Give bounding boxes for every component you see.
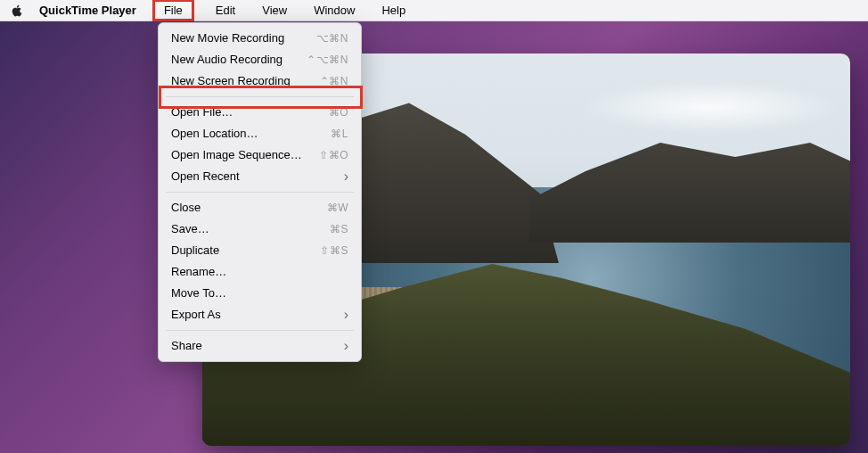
menu-move-to[interactable]: Move To… [159,283,361,304]
menu-item-label: New Audio Recording [171,52,283,68]
menubar: QuickTime Player File Edit View Window H… [0,0,868,21]
menu-share[interactable]: Share [159,335,361,357]
menu-shortcut: ⌘S [330,221,348,237]
apple-logo-icon[interactable] [11,4,23,17]
menu-close[interactable]: Close ⌘W [159,197,361,218]
menu-item-label: New Screen Recording [171,73,291,89]
menu-shortcut: ⌘L [331,126,348,142]
menu-open-file[interactable]: Open File… ⌘O [159,102,361,123]
menu-item-label: Move To… [171,285,226,301]
app-name[interactable]: QuickTime Player [39,4,136,17]
menu-item-label: Share [171,338,344,354]
menu-item-label: Rename… [171,264,226,280]
menu-duplicate[interactable]: Duplicate ⇧⌘S [159,240,361,261]
menu-new-audio[interactable]: New Audio Recording ⌃⌥⌘N [159,49,361,70]
menu-shortcut: ⌃⌥⌘N [307,52,348,68]
menu-open-location[interactable]: Open Location… ⌘L [159,123,361,144]
menu-new-screen[interactable]: New Screen Recording ⌃⌘N [159,70,361,92]
menu-separator [166,330,354,331]
menu-shortcut: ⇧⌘O [319,147,348,163]
menu-item-label: Open Location… [171,126,258,142]
menu-item-label: Export As [171,307,344,323]
menu-new-movie[interactable]: New Movie Recording ⌥⌘N [159,28,361,49]
menu-item-label: Open File… [171,104,233,120]
menu-separator [166,96,354,97]
menu-rename[interactable]: Rename… [159,261,361,283]
menu-item-label: Open Image Sequence… [171,147,302,163]
menu-separator [166,192,354,193]
menu-item-label: Open Recent [171,169,344,185]
menu-open-recent[interactable]: Open Recent [159,166,361,187]
menu-item-label: Save… [171,221,209,237]
menu-shortcut: ⌥⌘N [316,30,348,46]
menu-item-label: New Movie Recording [171,30,284,46]
menu-export-as[interactable]: Export As [159,304,361,325]
menu-window[interactable]: Window [308,1,360,20]
menu-help[interactable]: Help [376,1,411,20]
menu-shortcut: ⌘O [329,104,348,120]
file-dropdown: New Movie Recording ⌥⌘N New Audio Record… [158,22,362,362]
menu-open-image-sequence[interactable]: Open Image Sequence… ⇧⌘O [159,144,361,166]
menu-shortcut: ⇧⌘S [320,243,348,259]
menu-save[interactable]: Save… ⌘S [159,218,361,240]
menu-edit[interactable]: Edit [210,1,241,20]
menu-view[interactable]: View [257,1,292,20]
menu-item-label: Duplicate [171,243,219,259]
menu-shortcut: ⌘W [327,200,348,216]
menu-item-label: Close [171,200,201,216]
menu-shortcut: ⌃⌘N [320,73,348,89]
menu-file[interactable]: File [152,0,194,21]
